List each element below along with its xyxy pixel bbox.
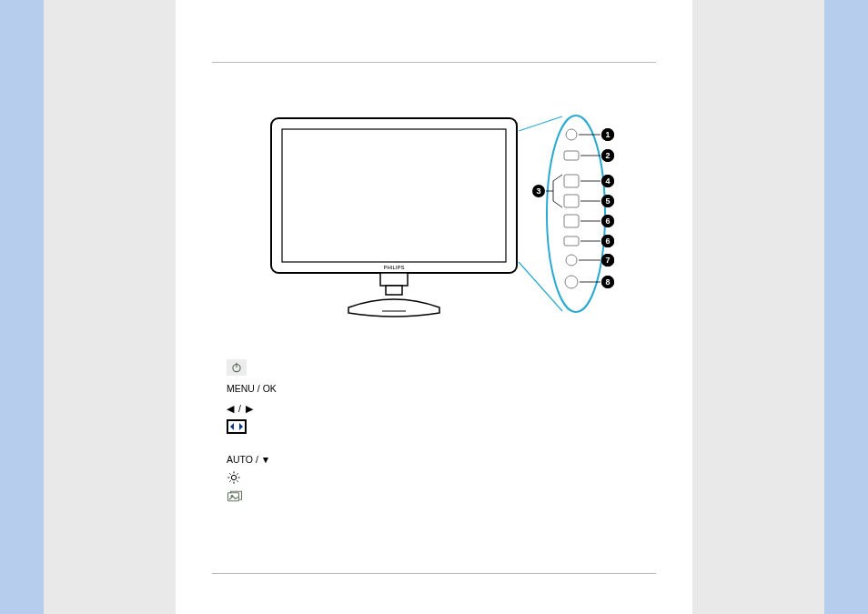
svg-point-15 bbox=[566, 255, 577, 266]
svg-text:2: 2 bbox=[605, 151, 610, 160]
brightness-icon bbox=[227, 470, 252, 491]
svg-rect-13 bbox=[564, 215, 579, 227]
page: PHILIPS bbox=[44, 0, 824, 614]
legend-list: MENU / OK ◀ / ▶ AUTO / ▼ bbox=[227, 359, 277, 510]
svg-text:4: 4 bbox=[605, 176, 610, 186]
svg-line-77 bbox=[237, 473, 237, 474]
right-margin bbox=[692, 0, 824, 614]
svg-rect-14 bbox=[564, 237, 579, 246]
svg-rect-2 bbox=[380, 273, 408, 286]
svg-rect-10 bbox=[564, 151, 579, 160]
svg-text:5: 5 bbox=[605, 196, 610, 206]
svg-point-9 bbox=[566, 129, 577, 140]
divider-top bbox=[212, 62, 656, 63]
svg-text:6: 6 bbox=[605, 237, 610, 246]
legend-label: ◀ / ▶ bbox=[227, 400, 254, 418]
svg-rect-11 bbox=[564, 175, 579, 187]
legend-label: MENU / OK bbox=[227, 380, 277, 398]
viewport: PHILIPS bbox=[0, 0, 868, 614]
svg-line-75 bbox=[237, 480, 237, 481]
svg-text:1: 1 bbox=[605, 130, 610, 139]
legend-item-power bbox=[227, 359, 277, 379]
svg-rect-12 bbox=[564, 195, 579, 207]
brand-label: PHILIPS bbox=[383, 265, 404, 270]
legend-item-auto: AUTO / ▼ bbox=[227, 450, 277, 470]
content-area: PHILIPS bbox=[176, 0, 692, 614]
legend-item-menu: MENU / OK bbox=[227, 379, 277, 399]
legend-item-brightness bbox=[227, 470, 277, 490]
wideformat-icon bbox=[227, 419, 252, 440]
legend-label: AUTO / ▼ bbox=[227, 451, 270, 469]
svg-text:8: 8 bbox=[605, 277, 610, 287]
legend-item-wideformat bbox=[227, 419, 277, 439]
legend-item-smartimage bbox=[227, 490, 277, 510]
svg-rect-3 bbox=[386, 286, 402, 295]
svg-rect-1 bbox=[282, 129, 506, 262]
svg-text:6: 6 bbox=[605, 216, 610, 226]
monitor-diagram: PHILIPS bbox=[262, 109, 626, 337]
left-margin bbox=[44, 0, 176, 614]
legend-item-leftright: ◀ / ▶ bbox=[227, 399, 277, 419]
smartimage-icon bbox=[227, 490, 252, 511]
divider-bottom bbox=[212, 573, 656, 574]
svg-line-74 bbox=[229, 473, 230, 474]
svg-text:3: 3 bbox=[536, 186, 540, 196]
power-icon bbox=[227, 359, 252, 380]
svg-point-16 bbox=[565, 276, 578, 288]
svg-point-69 bbox=[231, 475, 236, 479]
svg-line-6 bbox=[519, 116, 562, 131]
svg-line-76 bbox=[229, 480, 230, 481]
svg-text:7: 7 bbox=[605, 256, 610, 265]
